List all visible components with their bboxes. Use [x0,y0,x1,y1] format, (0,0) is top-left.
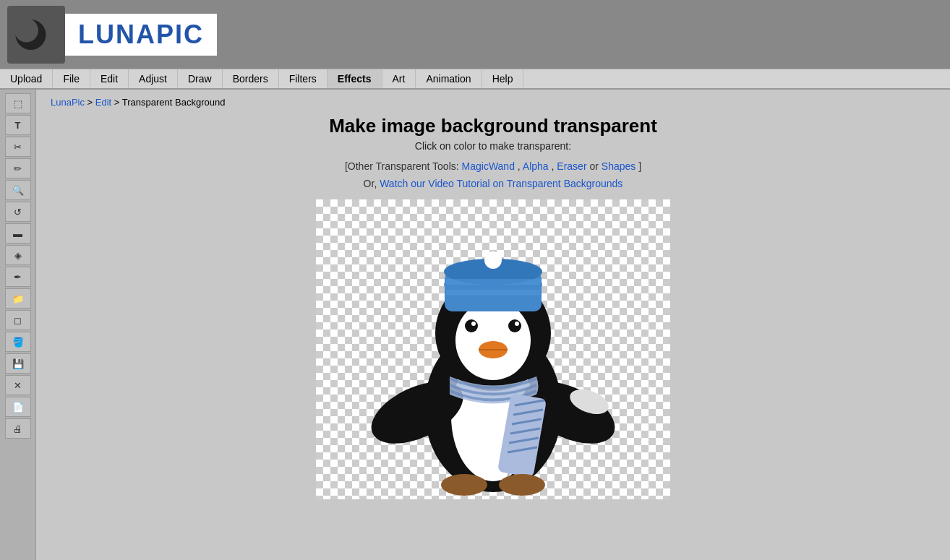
breadcrumb-sep2: > [114,97,122,108]
header: LUNAPIC [0,0,950,69]
logo-text-box: LUNAPIC [65,14,217,56]
tool-pencil[interactable]: ✏ [5,158,31,178]
video-tutorial-link[interactable]: Watch our Video Tutorial on Transparent … [380,178,622,189]
tool-print[interactable]: 🖨 [5,418,31,439]
nav-help[interactable]: Help [482,69,524,88]
main-layout: ⬚ T ✂ ✏ 🔍 ↺ ▬ ◈ ✒ 📁 ◻ 🪣 💾 ✕ 📄 🖨 LunaPic … [0,90,950,560]
nav-borders[interactable]: Borders [223,69,279,88]
tool-zoom[interactable]: 🔍 [5,180,31,200]
logo-container: LUNAPIC [7,6,217,64]
logo-box [7,6,65,64]
tools-suffix: ] [638,160,641,172]
tools-comma1: , [518,160,523,172]
logo-moon-icon [14,13,58,56]
nav-filters[interactable]: Filters [279,69,328,88]
image-box[interactable] [316,199,670,499]
tools-description: [Other Transparent Tools: MagicWand , Al… [51,160,936,172]
tools-or: or [589,160,601,172]
tool-line[interactable]: ▬ [5,223,31,244]
tool-rotate[interactable]: ↺ [5,202,31,222]
svg-point-11 [508,319,521,332]
nav-draw[interactable]: Draw [178,69,223,88]
video-link-area: Or, Watch our Video Tutorial on Transpar… [51,178,936,189]
tool-bucket[interactable]: 🪣 [5,332,31,352]
nav-edit[interactable]: Edit [90,69,129,88]
nav-effects[interactable]: Effects [328,69,382,88]
svg-point-9 [471,322,476,326]
logo-text: LUNAPIC [78,20,204,49]
video-prefix: Or, [364,178,380,189]
content: LunaPic > Edit > Transparent Background … [36,90,950,560]
image-container [51,199,936,499]
tool-pen[interactable]: ✒ [5,267,31,287]
shapes-link[interactable]: Shapes [602,160,636,172]
tool-open[interactable]: 📁 [5,288,31,309]
svg-point-2 [14,18,38,42]
svg-rect-19 [446,290,540,296]
title-area: Make image background transparent Click … [51,115,936,152]
tool-text[interactable]: T [5,115,31,135]
svg-rect-18 [446,279,540,285]
nav-adjust[interactable]: Adjust [129,69,178,88]
svg-point-20 [484,251,502,269]
nav-art[interactable]: Art [382,69,416,88]
subtitle: Click on color to make transparent: [51,140,936,152]
nav-animation[interactable]: Animation [416,69,482,88]
breadcrumb-edit[interactable]: Edit [95,97,111,108]
breadcrumb: LunaPic > Edit > Transparent Background [51,97,936,108]
nav-upload[interactable]: Upload [0,69,53,88]
magic-wand-link[interactable]: MagicWand [462,160,515,172]
tool-new[interactable]: 📄 [5,397,31,417]
tools-prefix: [Other Transparent Tools: [345,160,462,172]
svg-point-8 [465,319,478,332]
tool-save[interactable]: 💾 [5,353,31,374]
svg-point-12 [515,322,519,326]
toolbar: ⬚ T ✂ ✏ 🔍 ↺ ▬ ◈ ✒ 📁 ◻ 🪣 💾 ✕ 📄 🖨 [0,90,36,560]
tool-crop[interactable]: ✂ [5,137,31,157]
eraser-link[interactable]: Eraser [557,160,586,172]
navbar: Upload File Edit Adjust Draw Borders Fil… [0,69,950,90]
alpha-link[interactable]: Alpha [523,160,549,172]
tool-eraser[interactable]: ◻ [5,310,31,330]
svg-point-35 [441,474,487,496]
svg-point-36 [499,474,545,496]
nav-file[interactable]: File [53,69,90,88]
breadcrumb-home[interactable]: LunaPic [51,97,85,108]
page-title: Make image background transparent [51,115,936,137]
breadcrumb-sep1: > [87,97,95,108]
svg-point-6 [455,301,531,380]
penguin-image[interactable] [316,199,670,499]
breadcrumb-current: Transparent Background [122,97,226,108]
tool-fill[interactable]: ◈ [5,245,31,265]
tool-select[interactable]: ⬚ [5,93,31,113]
tool-close[interactable]: ✕ [5,375,31,395]
